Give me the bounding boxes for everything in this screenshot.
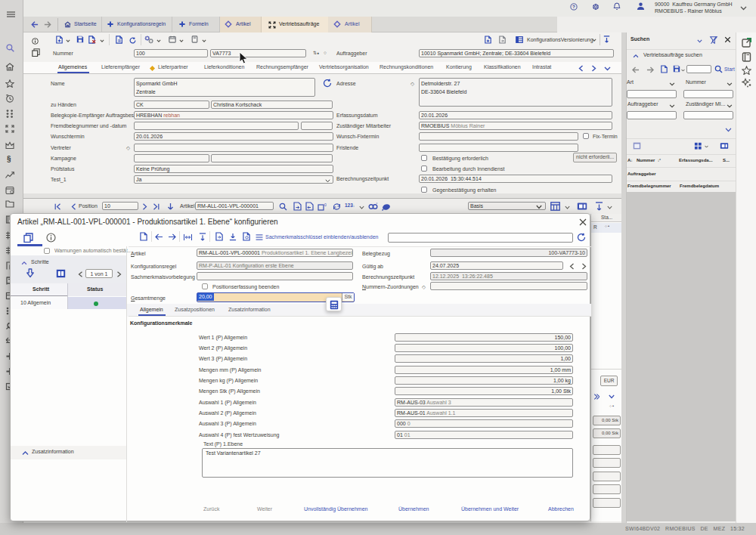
svg-text:°: °: [376, 203, 378, 206]
svg-text:?: ?: [572, 4, 575, 9]
svg-text:0: 0: [324, 203, 327, 207]
